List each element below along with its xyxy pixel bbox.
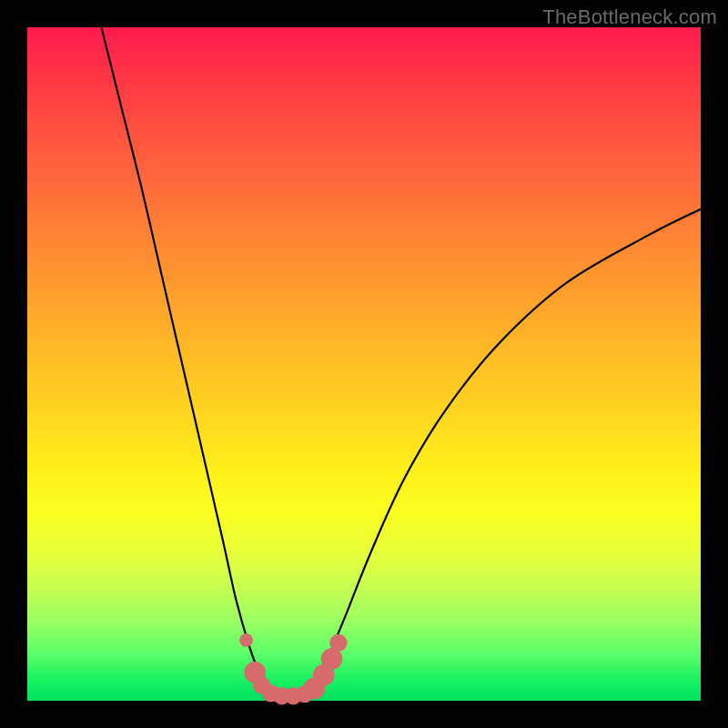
plot-gradient-background xyxy=(27,27,701,701)
curve-line-right xyxy=(310,209,701,691)
plot-svg xyxy=(27,27,701,701)
bottom-dot-markers xyxy=(239,633,347,704)
marker-dot xyxy=(239,633,253,647)
frame: TheBottleneck.com xyxy=(0,0,728,728)
marker-dot xyxy=(329,634,347,652)
watermark-text: TheBottleneck.com xyxy=(542,5,717,29)
curve-line-left xyxy=(101,27,269,691)
